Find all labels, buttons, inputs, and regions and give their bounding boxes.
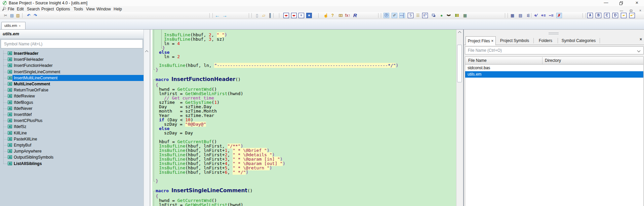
symbol-label: InsertIfdef [14,112,32,117]
symbol-item-IfdefBogus[interactable]: EIfdefBogus [0,99,144,106]
mdi-close-button[interactable]: × [637,9,644,13]
scroll-up-icon[interactable] [145,50,149,54]
menu-search[interactable]: Search [27,7,40,11]
symbol-search-input[interactable]: Symbol Name (Alt+L) [1,39,143,48]
symbol-item-MultiLineComment[interactable]: EMultiLineComment [0,81,144,87]
panel-close-icon[interactable]: × [640,37,642,42]
list-view-icon[interactable]: ▤ [518,13,523,18]
menu-file[interactable]: File [8,7,14,11]
mdi-restore-button[interactable] [627,9,635,13]
help-doc-icon[interactable]: ? [330,13,335,18]
new-folder-icon[interactable]: ▰* [629,13,635,18]
copy-icon[interactable]: ▤ [9,13,15,18]
add-list-icon[interactable]: +≡ [540,13,546,18]
minimize-button[interactable]: — [601,0,611,6]
tab-symbol-categories[interactable]: Symbol Categories [558,36,600,45]
menu-view[interactable]: View [86,7,95,11]
tab-folders[interactable]: Folders [533,36,558,45]
symbol-item-JumpAnywhere[interactable]: EJumpAnywhere [0,148,144,154]
save-icon[interactable]: ▌ [268,13,274,18]
code-editor[interactable]: InsBufLine(hbuf, 2, " ")InsBufLine(hbuf,… [152,30,456,206]
new-file-icon[interactable]: ▯ [254,13,260,18]
restore-button[interactable] [616,0,627,6]
menu-options[interactable]: Options [56,7,70,11]
file-row-utils.em[interactable]: utils.em [465,71,643,78]
symbol-item-InsertCPlusPlus[interactable]: EInsertCPlusPlus [0,118,144,124]
tab-project-symbols[interactable]: Project Symbols [496,36,533,45]
menu-edit[interactable]: Edit [17,7,24,11]
browse-icon[interactable]: ☝ [323,13,329,18]
style-a-icon[interactable]: A [587,13,593,18]
cut-icon[interactable]: ✂ [3,13,8,18]
tab-utils-em[interactable]: utils.em× [1,22,26,30]
remove-list-icon[interactable]: −≡ [548,13,554,18]
symbol-list-scrollbar[interactable] [144,49,150,206]
pieces-icon[interactable]: ☰ [415,13,421,18]
table-grid-icon[interactable]: ▦ [510,13,515,18]
outline-icon[interactable]: ≣ [525,13,531,18]
symbol-item-IfdefReview[interactable]: EIfdefReview [0,93,144,99]
source-doc-icon[interactable]: S [408,13,413,18]
favorites-icon[interactable]: ★ [306,13,312,18]
relation-tree-icon[interactable]: −┤ [399,13,405,18]
panel-drag-handle[interactable] [549,33,559,33]
style-b-icon[interactable]: B [596,13,601,18]
editor-scroll-up-icon[interactable] [458,31,461,35]
toolbar: ✂▤▧↶↷←→▯▱▌◂▸◂▸≡★☝?fx↑RⓅ✐−┤S☰ℹ?●▦▦▤≣+⁄+≡−… [0,12,644,19]
file-row-stdconst.bas[interactable]: stdconst.bas [465,65,643,71]
file-name-input[interactable]: File Name (Ctrl+O) [465,46,644,54]
kanban-icon[interactable]: ▦ [462,13,468,18]
code-line: else [156,50,398,54]
menu-project[interactable]: Project [41,7,54,11]
sync-window-icon[interactable]: ◂▸ [283,13,289,18]
column-file-name[interactable]: File Name [468,58,487,63]
symbol-item-ListAllSiblings[interactable]: EListAllSiblings [0,161,144,167]
menu-help[interactable]: Help [114,7,122,11]
style-d-icon[interactable]: D [612,13,618,18]
eagle-icon[interactable] [446,13,451,18]
add-symbol-icon[interactable]: +⁄ [533,13,538,18]
macro-symbol-icon: E [8,64,12,67]
book-icon[interactable] [338,13,344,18]
mdi-minimize-button[interactable]: — [618,9,625,13]
context-list-icon[interactable]: ≡ [298,13,304,18]
symbol-item-OutputSiblingSymbols[interactable]: EOutputSiblingSymbols [0,154,144,160]
symbol-item-InsertMultiLineComment[interactable]: EInsertMultiLineComment [0,75,144,81]
column-directory[interactable]: Directory [545,58,561,63]
tab-project-files[interactable]: Project Files × [466,36,496,45]
paste-icon[interactable]: ▧ [15,13,21,18]
editor-scrollbar-thumb[interactable] [457,45,462,82]
back-icon[interactable]: ← [214,13,220,18]
symbol-item-InsertFileHeader[interactable]: EInsertFileHeader [0,56,144,63]
cascade-icon[interactable] [430,13,436,18]
open-folder-icon[interactable]: ▱ [261,13,267,18]
symbol-item-EmptyBuf[interactable]: EEmptyBuf [0,142,144,148]
close-button[interactable]: × [632,0,642,6]
fx-up-icon[interactable]: fx↑ [345,13,351,18]
style-c-icon[interactable]: C [604,13,610,18]
people-icon[interactable] [454,13,460,18]
sync-window2-icon[interactable]: ◂▸ [291,13,297,18]
folder-icon[interactable]: ▰ [621,13,627,18]
symbol-item-IfdefSz[interactable]: EIfdefSz [0,124,144,130]
globe-icon[interactable]: ● [439,13,444,18]
symbol-item-PasteKillLine[interactable]: EPasteKillLine [0,136,144,142]
menu-window[interactable]: Window [96,7,111,11]
symbol-item-ReturnTrueOrFalse[interactable]: EReturnTrueOrFalse [0,87,144,93]
symbol-item-KillLine[interactable]: EKillLine [0,130,144,136]
undo-icon[interactable]: ↶ [26,13,32,18]
lasso-icon[interactable]: ✐ [392,13,397,18]
tab-close-icon[interactable]: × [19,24,21,28]
play-macro-icon[interactable]: Ⓟ [384,13,389,18]
symbol-item-InsertFunctionHeader[interactable]: EInsertFunctionHeader [0,63,144,69]
symbol-item-InsertHeader[interactable]: EInsertHeader [0,50,144,56]
info-help-icon[interactable]: ℹ? [422,13,428,18]
symbol-item-InsertIfdef[interactable]: EInsertIfdef [0,112,144,118]
symbol-item-InsertSingleLineComment[interactable]: EInsertSingleLineComment [0,69,144,75]
forward-icon[interactable]: → [222,13,228,18]
menu-tools[interactable]: Tools [74,7,83,11]
delete-x-icon[interactable]: ✗ [556,13,562,18]
symbol-item-IfdefNever[interactable]: EIfdefNever [0,106,144,112]
r-script-icon[interactable]: R [352,13,358,18]
redo-icon[interactable]: ↷ [33,13,38,18]
